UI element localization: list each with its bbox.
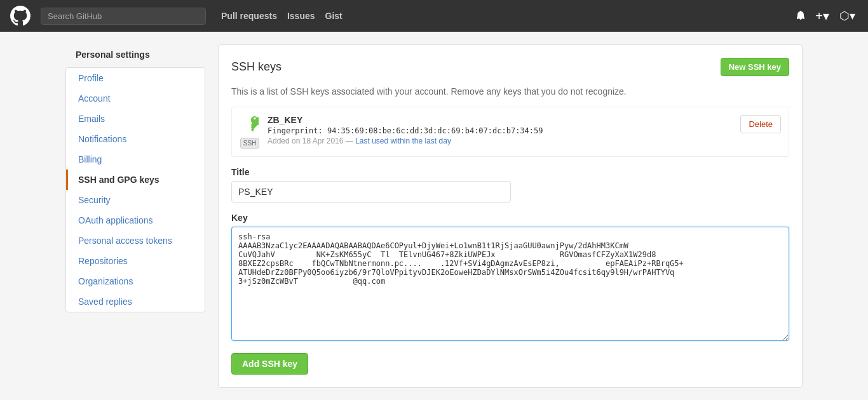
header-actions: +▾ ⬡▾	[792, 6, 858, 26]
sidebar-item-organizations[interactable]: Organizations	[66, 271, 205, 291]
title-form-group: Title	[231, 167, 789, 203]
sidebar-item-security[interactable]: Security	[66, 190, 205, 210]
sidebar-item-saved-replies[interactable]: Saved replies	[66, 291, 205, 312]
ssh-badge: SSH	[240, 138, 260, 149]
add-icon[interactable]: +▾	[813, 6, 832, 26]
sidebar-title: Personal settings	[65, 44, 205, 65]
sidebar-item-tokens[interactable]: Personal access tokens	[66, 230, 205, 251]
key-icon	[240, 115, 260, 135]
header-nav: Pull requests Issues Gist	[221, 11, 342, 21]
main-content: SSH keys New SSH key This is a list of S…	[218, 44, 803, 388]
title-label: Title	[231, 167, 789, 177]
content-box: SSH keys New SSH key This is a list of S…	[218, 44, 803, 388]
sidebar-item-oauth[interactable]: OAuth applications	[66, 210, 205, 230]
last-used-link[interactable]: Last used within the last day	[355, 137, 451, 145]
key-fingerprint: Fingerprint: 94:35:69:08:be:6c:dd:3d:dc:…	[268, 126, 733, 135]
sidebar-item-repositories[interactable]: Repositories	[66, 251, 205, 271]
key-icon-wrapper: SSH	[240, 115, 260, 149]
sidebar-item-ssh-gpg[interactable]: SSH and GPG keys	[66, 170, 205, 190]
sidebar-item-emails[interactable]: Emails	[66, 109, 205, 129]
search-input[interactable]	[41, 8, 206, 25]
notifications-icon[interactable]	[792, 8, 808, 23]
sidebar-item-billing[interactable]: Billing	[66, 149, 205, 170]
pull-requests-link[interactable]: Pull requests	[221, 11, 277, 21]
section-header: SSH keys New SSH key	[231, 58, 789, 76]
main-layout: Personal settings Profile Account Emails…	[53, 32, 815, 400]
key-added: Added on 18 Apr 2016 — Last used within …	[268, 137, 733, 145]
issues-link[interactable]: Issues	[287, 11, 315, 21]
sidebar-item-account[interactable]: Account	[66, 88, 205, 109]
key-textarea[interactable]: ssh-rsa AAAAB3NzaC1yc2EAAAADAQABAABAQDAe…	[231, 227, 789, 341]
sidebar-item-notifications[interactable]: Notifications	[66, 129, 205, 149]
add-ssh-key-button[interactable]: Add SSH key	[231, 353, 308, 375]
gist-link[interactable]: Gist	[325, 11, 342, 21]
search-container	[41, 8, 206, 25]
delete-key-button[interactable]: Delete	[740, 115, 781, 133]
main-header: Pull requests Issues Gist +▾ ⬡▾	[0, 0, 868, 32]
key-label: Key	[231, 213, 789, 223]
sidebar: Personal settings Profile Account Emails…	[65, 44, 205, 388]
section-title: SSH keys	[231, 60, 281, 74]
github-logo[interactable]	[10, 6, 31, 26]
user-menu[interactable]: ⬡▾	[837, 6, 858, 25]
new-ssh-key-button[interactable]: New SSH key	[721, 58, 789, 76]
info-text: This is a list of SSH keys associated wi…	[231, 86, 789, 97]
sidebar-item-profile[interactable]: Profile	[66, 68, 205, 88]
title-input[interactable]	[231, 181, 511, 203]
ssh-key-item: SSH ZB_KEY Fingerprint: 94:35:69:08:be:6…	[231, 107, 789, 157]
key-info: ZB_KEY Fingerprint: 94:35:69:08:be:6c:dd…	[268, 115, 733, 145]
sidebar-nav: Profile Account Emails Notifications Bil…	[65, 67, 205, 312]
key-name: ZB_KEY	[268, 115, 733, 125]
key-form-group: Key ssh-rsa AAAAB3NzaC1yc2EAAAADAQABAABA…	[231, 213, 789, 343]
